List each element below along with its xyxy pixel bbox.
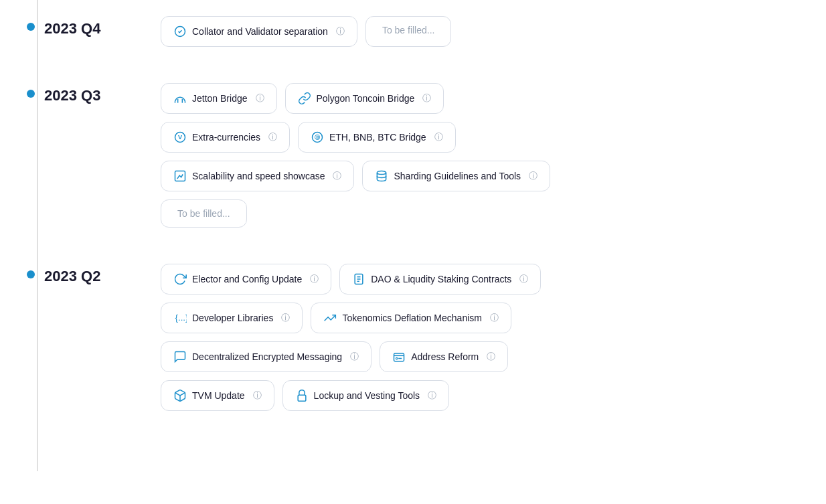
info-icon-address-reform[interactable]: ⓘ: [487, 351, 495, 363]
card-address-reform: Address Reformⓘ: [380, 341, 508, 372]
timeline: 2023 Q4Collator and Validator separation…: [0, 0, 826, 471]
info-icon-eth-bridge[interactable]: ⓘ: [434, 131, 443, 143]
card-extra-currencies: VExtra-currenciesⓘ: [161, 122, 290, 153]
lock-icon: [295, 389, 309, 402]
row-q3-2023-2: Scalability and speed showcaseⓘSharding …: [161, 161, 799, 191]
card-sharding: Sharding Guidelines and Toolsⓘ: [362, 161, 550, 191]
info-icon-elector[interactable]: ⓘ: [310, 273, 319, 285]
card-label-collator: Collator and Validator separation: [192, 26, 328, 37]
card-label-tvm: TVM Update: [192, 390, 245, 401]
section-title-q4-2023: 2023 Q4: [44, 20, 100, 37]
info-icon-scalability[interactable]: ⓘ: [333, 170, 341, 182]
section-q3-2023: 2023 Q3Jetton BridgeⓘPolygon Toncoin Bri…: [27, 80, 799, 228]
brackets-icon: {...}: [173, 311, 187, 325]
placeholder-card-to-be-filled-q3: To be filled...: [161, 199, 247, 228]
card-polygon-bridge: Polygon Toncoin Bridgeⓘ: [285, 83, 444, 114]
card-label-messaging: Decentralized Encrypted Messaging: [192, 351, 342, 362]
card-jetton-bridge: Jetton Bridgeⓘ: [161, 83, 277, 114]
card-label-jetton-bridge: Jetton Bridge: [192, 93, 248, 104]
info-icon-dao[interactable]: ⓘ: [519, 273, 528, 285]
box-icon: [173, 389, 187, 402]
svg-point-17: [396, 357, 398, 359]
card-label-sharding: Sharding Guidelines and Tools: [394, 171, 521, 181]
chart-icon: [173, 169, 187, 183]
section-q4-2023: 2023 Q4Collator and Validator separation…: [27, 13, 799, 47]
document-icon: [352, 272, 365, 286]
row-q3-2023-3: To be filled...: [161, 199, 799, 228]
info-icon-sharding[interactable]: ⓘ: [529, 170, 538, 182]
refresh-icon: [173, 272, 187, 286]
row-q2-2023-0: Elector and Config UpdateⓘDAO & Liqudity…: [161, 264, 799, 295]
card-label-extra-currencies: Extra-currencies: [192, 132, 260, 143]
card-eth-bridge: ⒷETH, BNB, BTC Bridgeⓘ: [298, 122, 456, 153]
card-elector: Elector and Config Updateⓘ: [161, 264, 331, 295]
card-label-tokenomics: Tokenomics Deflation Mechanism: [342, 313, 482, 323]
info-icon-polygon-bridge[interactable]: ⓘ: [422, 92, 431, 104]
row-q3-2023-1: VExtra-currenciesⓘⒷETH, BNB, BTC Bridgeⓘ: [161, 122, 799, 153]
card-label-dao: DAO & Liqudity Staking Contracts: [371, 274, 511, 284]
svg-text:{...}: {...}: [175, 313, 187, 323]
row-q2-2023-3: TVM UpdateⓘLockup and Vesting Toolsⓘ: [161, 380, 799, 411]
svg-rect-20: [298, 395, 306, 401]
info-icon-dev-libraries[interactable]: ⓘ: [281, 312, 290, 324]
currency-icon: V: [173, 131, 187, 144]
card-label-eth-bridge: ETH, BNB, BTC Bridge: [329, 132, 426, 143]
card-label-scalability: Scalability and speed showcase: [192, 171, 325, 181]
section-label-wrap-q4-2023: 2023 Q4: [27, 13, 161, 37]
cards-area-q2-2023: Elector and Config UpdateⓘDAO & Liqudity…: [161, 261, 799, 411]
svg-point-10: [378, 171, 386, 175]
info-icon-extra-currencies[interactable]: ⓘ: [268, 131, 277, 143]
info-icon-lockup[interactable]: ⓘ: [428, 390, 436, 402]
section-title-q2-2023: 2023 Q2: [44, 268, 100, 285]
info-icon-tvm[interactable]: ⓘ: [253, 390, 262, 402]
timeline-dot-q2-2023: [27, 270, 35, 278]
section-title-q3-2023: 2023 Q3: [44, 87, 100, 104]
chat-icon: [173, 350, 187, 363]
card-label-address-reform: Address Reform: [411, 351, 479, 362]
section-q2-2023: 2023 Q2Elector and Config UpdateⓘDAO & L…: [27, 261, 799, 411]
section-label-wrap-q3-2023: 2023 Q3: [27, 80, 161, 104]
card-tvm: TVM Updateⓘ: [161, 380, 274, 411]
card-label-dev-libraries: Developer Libraries: [192, 313, 273, 323]
svg-text:Ⓑ: Ⓑ: [315, 135, 321, 141]
info-icon-messaging[interactable]: ⓘ: [350, 351, 359, 363]
card-label-lockup: Lockup and Vesting Tools: [314, 390, 420, 401]
row-q3-2023-0: Jetton BridgeⓘPolygon Toncoin Bridgeⓘ: [161, 83, 799, 114]
card-lockup: Lockup and Vesting Toolsⓘ: [282, 380, 450, 411]
card-dao: DAO & Liqudity Staking Contractsⓘ: [339, 264, 541, 295]
row-q2-2023-2: Decentralized Encrypted MessagingⓘAddres…: [161, 341, 799, 372]
link-icon: [298, 92, 311, 105]
timeline-dot-q4-2023: [27, 23, 35, 31]
card-scalability: Scalability and speed showcaseⓘ: [161, 161, 354, 191]
info-icon-jetton-bridge[interactable]: ⓘ: [256, 92, 264, 104]
placeholder-card-to-be-filled-q4: To be filled...: [365, 16, 452, 47]
row-q2-2023-1: {...}Developer LibrariesⓘTokenomics Defl…: [161, 303, 799, 333]
card-messaging: Decentralized Encrypted Messagingⓘ: [161, 341, 371, 372]
bridge-icon: [173, 92, 187, 105]
card-dev-libraries: {...}Developer Librariesⓘ: [161, 303, 303, 333]
card-label-polygon-bridge: Polygon Toncoin Bridge: [317, 93, 415, 104]
card-label-elector: Elector and Config Update: [192, 274, 302, 284]
section-label-wrap-q2-2023: 2023 Q2: [27, 261, 161, 285]
trend-icon: [323, 311, 337, 325]
timeline-dot-q3-2023: [27, 90, 35, 98]
cards-area-q4-2023: Collator and Validator separationⓘTo be …: [161, 13, 799, 47]
cards-area-q3-2023: Jetton BridgeⓘPolygon Toncoin BridgeⓘVEx…: [161, 80, 799, 228]
row-q4-2023-0: Collator and Validator separationⓘTo be …: [161, 16, 799, 47]
info-icon-collator[interactable]: ⓘ: [336, 25, 345, 37]
database-icon: [375, 169, 388, 183]
info-icon-tokenomics[interactable]: ⓘ: [490, 312, 499, 324]
address-icon: [392, 350, 406, 363]
svg-text:V: V: [178, 134, 183, 141]
card-collator: Collator and Validator separationⓘ: [161, 16, 357, 47]
card-tokenomics: Tokenomics Deflation Mechanismⓘ: [311, 303, 511, 333]
check-circle-icon: [173, 25, 187, 38]
svg-rect-16: [394, 353, 404, 361]
eth-icon: Ⓑ: [311, 131, 324, 144]
